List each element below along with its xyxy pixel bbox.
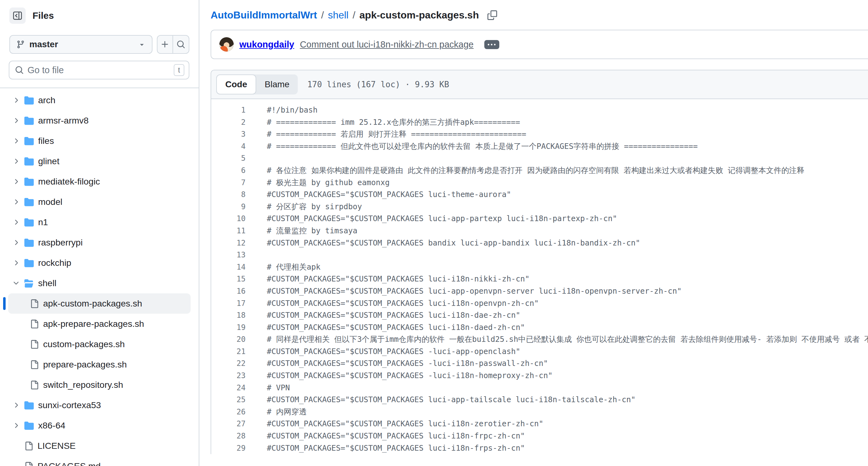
tree-item-label: raspberrypi <box>38 237 83 248</box>
tree-folder-mediatek-filogic[interactable]: mediatek-filogic <box>0 171 199 192</box>
code-line: 24# VPN <box>211 382 868 394</box>
tab-code[interactable]: Code <box>216 75 256 94</box>
tree-folder-arch[interactable]: arch <box>0 90 199 110</box>
tree-folder-armsr-armv8[interactable]: armsr-armv8 <box>0 110 199 131</box>
tree-item-label: x86-64 <box>38 420 65 431</box>
code-line: 17#CUSTOM_PACKAGES="$CUSTOM_PACKAGES luc… <box>211 297 868 310</box>
tree-item-label: custom-packages.sh <box>43 339 125 349</box>
line-number[interactable]: 3 <box>211 128 246 140</box>
tree-file-LICENSE[interactable]: LICENSE <box>0 436 199 456</box>
tree-file-PACKAGES.md[interactable]: PACKAGES.md <box>0 456 199 466</box>
code-line: 22#CUSTOM_PACKAGES="$CUSTOM_PACKAGES -lu… <box>211 357 868 370</box>
line-content: #CUSTOM_PACKAGES="$CUSTOM_PACKAGES luci-… <box>246 309 520 321</box>
line-number[interactable]: 5 <box>211 152 246 165</box>
tree-folder-sunxi-cortexa53[interactable]: sunxi-cortexa53 <box>0 395 199 415</box>
copy-path-button[interactable] <box>488 10 497 20</box>
line-number[interactable]: 28 <box>211 430 246 442</box>
git-branch-icon <box>16 40 25 49</box>
line-number[interactable]: 29 <box>211 442 246 455</box>
line-number[interactable]: 2 <box>211 116 246 128</box>
code-line: 10#CUSTOM_PACKAGES="$CUSTOM_PACKAGES luc… <box>211 213 868 225</box>
line-number[interactable]: 14 <box>211 261 246 273</box>
latest-commit-bar: wukongdaily Comment out luci-i18n-nikki-… <box>211 30 868 59</box>
line-content: #CUSTOM_PACKAGES="$CUSTOM_PACKAGES -luci… <box>246 370 553 382</box>
breadcrumb-repo-link[interactable]: AutoBuildImmortalWrt <box>211 9 317 21</box>
branch-selector[interactable]: master <box>9 35 153 54</box>
tree-folder-model[interactable]: model <box>0 192 199 212</box>
line-content <box>246 249 267 261</box>
file-view: AutoBuildImmortalWrt / shell / apk-custo… <box>200 0 868 454</box>
line-number[interactable]: 10 <box>211 213 246 225</box>
line-number[interactable]: 15 <box>211 273 246 285</box>
line-number[interactable]: 4 <box>211 140 246 153</box>
line-content: # ============= imm 25.12.x仓库外的第三方插件apk=… <box>246 116 520 128</box>
line-number[interactable]: 6 <box>211 165 246 177</box>
line-number[interactable]: 16 <box>211 285 246 297</box>
line-number[interactable]: 24 <box>211 382 246 394</box>
line-content: # 极光主题 by github eamonxg <box>246 177 390 189</box>
line-number[interactable]: 23 <box>211 370 246 382</box>
sidebar-collapse-button[interactable] <box>9 7 26 24</box>
line-content: # ============= 但此文件也可以处理仓库内的软件去留 本质上是做了… <box>246 140 698 153</box>
tree-item-label: LICENSE <box>37 441 75 451</box>
line-content: #CUSTOM_PACKAGES="$CUSTOM_PACKAGES bandi… <box>246 237 640 249</box>
tree-file-apk-prepare-packages.sh[interactable]: apk-prepare-packages.sh <box>0 314 199 334</box>
code-line: 4# ============= 但此文件也可以处理仓库内的软件去留 本质上是做… <box>211 140 868 153</box>
file-icon <box>30 360 39 369</box>
line-number[interactable]: 17 <box>211 297 246 310</box>
line-content: #CUSTOM_PACKAGES="$CUSTOM_PACKAGES luci-… <box>246 297 539 310</box>
tree-folder-files[interactable]: files <box>0 131 199 151</box>
tree-folder-glinet[interactable]: glinet <box>0 151 199 171</box>
line-number[interactable]: 19 <box>211 321 246 334</box>
chevron-right-icon <box>12 259 20 267</box>
tree-folder-shell[interactable]: shell <box>0 273 199 293</box>
line-content: # 代理相关apk <box>246 261 320 273</box>
line-number[interactable]: 13 <box>211 249 246 261</box>
breadcrumb: AutoBuildImmortalWrt / shell / apk-custo… <box>200 0 868 21</box>
tree-folder-x86-64[interactable]: x86-64 <box>0 415 199 436</box>
breadcrumb-separator: / <box>352 9 355 21</box>
commit-details-button[interactable] <box>484 40 499 49</box>
sidebar-collapse-icon <box>13 11 22 20</box>
new-file-button[interactable] <box>157 36 173 53</box>
go-to-file-input[interactable]: Go to file t <box>9 61 189 80</box>
line-number[interactable]: 21 <box>211 346 246 358</box>
line-number[interactable]: 22 <box>211 357 246 370</box>
code-line: 8#CUSTOM_PACKAGES="$CUSTOM_PACKAGES luci… <box>211 188 868 201</box>
line-number[interactable]: 26 <box>211 406 246 418</box>
chevron-right-icon <box>12 239 20 246</box>
search-tree-button[interactable] <box>173 36 189 53</box>
line-number[interactable]: 7 <box>211 177 246 189</box>
line-number[interactable]: 8 <box>211 188 246 201</box>
file-icon <box>24 442 33 450</box>
folder-icon <box>24 421 34 430</box>
line-number[interactable]: 12 <box>211 237 246 249</box>
line-number[interactable]: 18 <box>211 309 246 321</box>
line-number[interactable]: 20 <box>211 333 246 346</box>
code-line: 29#CUSTOM_PACKAGES="$CUSTOM_PACKAGES luc… <box>211 442 868 455</box>
commit-message-link[interactable]: Comment out luci-i18n-nikki-zh-cn packag… <box>300 39 474 50</box>
tree-item-label: prepare-packages.sh <box>43 359 127 370</box>
commit-author-link[interactable]: wukongdaily <box>239 39 294 50</box>
tree-folder-rockchip[interactable]: rockchip <box>0 253 199 273</box>
tree-file-prepare-packages.sh[interactable]: prepare-packages.sh <box>0 354 199 375</box>
line-number[interactable]: 1 <box>211 104 246 116</box>
code-line: 15#CUSTOM_PACKAGES="$CUSTOM_PACKAGES luc… <box>211 273 868 285</box>
avatar[interactable] <box>219 37 234 52</box>
tree-file-switch_repository.sh[interactable]: switch_repository.sh <box>0 375 199 395</box>
line-content: #CUSTOM_PACKAGES="$CUSTOM_PACKAGES luci-… <box>246 442 525 455</box>
tree-file-custom-packages.sh[interactable]: custom-packages.sh <box>0 334 199 354</box>
breadcrumb-folder-link[interactable]: shell <box>328 9 349 21</box>
line-number[interactable]: 9 <box>211 201 246 213</box>
line-number[interactable]: 11 <box>211 225 246 237</box>
breadcrumb-separator: / <box>321 9 324 21</box>
tree-folder-n1[interactable]: n1 <box>0 212 199 232</box>
tab-blame[interactable]: Blame <box>256 75 298 94</box>
code-line: 7# 极光主题 by github eamonxg <box>211 177 868 189</box>
line-number[interactable]: 25 <box>211 394 246 406</box>
code-line: 28#CUSTOM_PACKAGES="$CUSTOM_PACKAGES luc… <box>211 430 868 442</box>
tree-file-apk-custom-packages.sh[interactable]: apk-custom-packages.sh <box>8 293 191 314</box>
tree-item-label: shell <box>38 278 57 288</box>
line-number[interactable]: 27 <box>211 418 246 430</box>
tree-folder-raspberrypi[interactable]: raspberrypi <box>0 232 199 253</box>
